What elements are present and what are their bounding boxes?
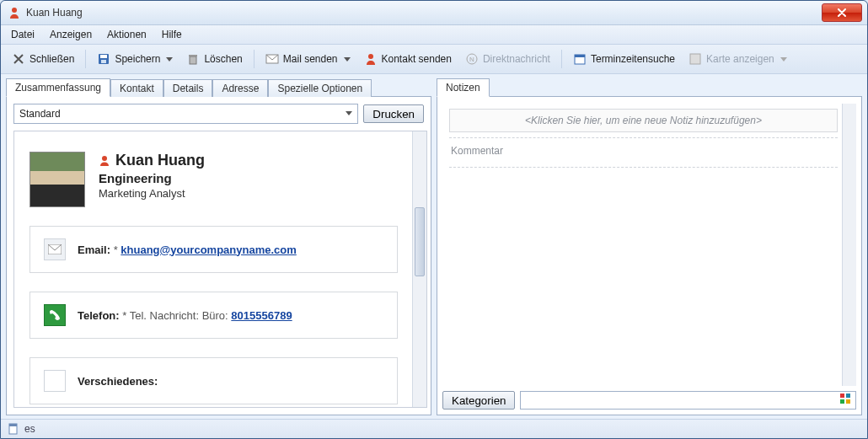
tab-notes[interactable]: Notizen — [437, 78, 490, 97]
phone-required-mark: * — [122, 309, 126, 322]
mail-icon — [44, 238, 66, 260]
tab-details[interactable]: Details — [163, 79, 213, 97]
right-pane: Notizen <Klicken Sie hier, um eine neue … — [437, 78, 862, 415]
status-bar: es — [1, 419, 867, 438]
phone-card: Telefon: * Tel. Nachricht: Büro: 8015556… — [29, 292, 398, 339]
svg-rect-20 — [9, 424, 17, 426]
svg-rect-3 — [101, 60, 106, 63]
phone-icon — [44, 304, 66, 326]
email-card: Email: * khuang@yourcompanyname.com — [29, 226, 398, 273]
toolbar-close[interactable]: Schließen — [6, 49, 80, 69]
menu-help[interactable]: Hilfe — [155, 27, 189, 42]
contact-icon — [364, 52, 378, 66]
tab-summary[interactable]: Zusammenfassung — [6, 78, 110, 97]
window: Kuan Huang Datei Anzeigen Aktionen Hilfe… — [0, 0, 868, 439]
separator — [85, 50, 86, 68]
notes-area: <Klicken Sie hier, um eine neue Notiz hi… — [442, 104, 856, 386]
categories-field[interactable] — [520, 391, 856, 410]
toolbar-save-label: Speichern — [115, 53, 160, 65]
contact-photo — [29, 152, 85, 207]
save-icon — [97, 52, 110, 66]
dash-separator — [449, 167, 838, 168]
svg-rect-11 — [575, 55, 585, 57]
toolbar-busy-search[interactable]: Terminzeitensuche — [567, 49, 681, 69]
svg-rect-2 — [100, 55, 107, 58]
left-tab-content: Standard Drucken Kuan Huang — [6, 96, 431, 415]
add-note-placeholder[interactable]: <Klicken Sie hier, um eine neue Notiz hi… — [449, 109, 838, 132]
toolbar-mail[interactable]: Mail senden — [260, 49, 356, 69]
window-title: Kuan Huang — [26, 7, 83, 19]
close-icon — [837, 8, 847, 17]
title-bar: Kuan Huang — [1, 1, 867, 25]
toolbar-show-map: Karte anzeigen — [683, 49, 793, 69]
misc-label: Verschiedenes: — [78, 375, 158, 388]
svg-point-0 — [12, 8, 17, 13]
app-person-icon — [8, 6, 21, 19]
separator — [561, 50, 562, 68]
svg-rect-18 — [846, 399, 850, 404]
tab-address[interactable]: Adresse — [212, 79, 268, 97]
chevron-down-icon — [346, 111, 352, 115]
chevron-down-icon — [166, 57, 173, 62]
toolbar-save[interactable]: Speichern — [91, 49, 179, 69]
summary-view: Kuan Huang Engineering Marketing Analyst… — [13, 131, 427, 408]
view-selector[interactable]: Standard — [13, 104, 358, 124]
map-icon — [689, 52, 702, 66]
svg-rect-5 — [189, 55, 197, 56]
trash-icon — [186, 52, 200, 66]
toolbar-direct-message: N Direktnachricht — [459, 49, 556, 69]
categories-row: Kategorien — [442, 386, 856, 410]
phone-label: Telefon: — [78, 309, 120, 322]
person-mini-icon — [99, 155, 110, 167]
svg-rect-17 — [840, 399, 844, 404]
categories-button[interactable]: Kategorien — [442, 391, 515, 410]
toolbar-mail-label: Mail senden — [283, 53, 338, 65]
scrollbar[interactable] — [412, 131, 426, 407]
email-label: Email: — [78, 244, 110, 256]
category-picker-icon[interactable] — [840, 393, 852, 405]
misc-card: Verschiedenes: — [29, 357, 398, 404]
svg-point-13 — [102, 156, 107, 161]
menu-view[interactable]: Anzeigen — [43, 27, 99, 42]
menu-actions[interactable]: Aktionen — [100, 27, 153, 42]
mail-icon — [265, 52, 279, 66]
calendar-search-icon — [573, 52, 587, 66]
toolbar-send-contact[interactable]: Kontakt senden — [358, 49, 458, 69]
toolbar-delete-label: Löschen — [204, 53, 242, 65]
left-tabs: Zusammenfassung Kontakt Details Adresse … — [6, 78, 431, 96]
svg-text:N: N — [469, 56, 474, 63]
svg-point-7 — [368, 54, 373, 59]
person-header: Kuan Huang Engineering Marketing Analyst — [29, 152, 398, 207]
left-pane: Zusammenfassung Kontakt Details Adresse … — [6, 78, 431, 415]
toolbar: Schließen Speichern Löschen Mail senden … — [1, 45, 867, 74]
view-selector-value: Standard — [19, 108, 61, 120]
toolbar-send-contact-label: Kontakt senden — [382, 53, 452, 65]
contact-role: Marketing Analyst — [99, 187, 205, 200]
status-doc-icon — [8, 423, 19, 435]
window-close-button[interactable] — [822, 3, 862, 22]
main-body: Zusammenfassung Kontakt Details Adresse … — [1, 74, 867, 419]
right-tab-content: <Klicken Sie hier, um eine neue Notiz hi… — [437, 96, 862, 415]
comment-label: Kommentar — [442, 140, 856, 162]
svg-rect-15 — [840, 393, 844, 398]
email-link[interactable]: khuang@yourcompanyname.com — [121, 244, 296, 256]
toolbar-delete[interactable]: Löschen — [180, 49, 248, 69]
svg-rect-12 — [690, 54, 700, 64]
scroll-thumb[interactable] — [415, 207, 425, 276]
tab-special[interactable]: Spezielle Optionen — [268, 79, 372, 97]
svg-rect-16 — [846, 393, 850, 398]
tab-contact[interactable]: Kontakt — [110, 79, 163, 97]
contact-department: Engineering — [99, 171, 205, 185]
chevron-down-icon — [344, 57, 351, 62]
print-button[interactable]: Drucken — [363, 104, 424, 123]
scrollbar[interactable] — [842, 104, 856, 386]
contact-name: Kuan Huang — [115, 152, 205, 169]
dash-separator — [449, 137, 838, 138]
chevron-down-icon — [780, 57, 787, 62]
phone-link[interactable]: 8015556789 — [231, 309, 292, 322]
toolbar-show-map-label: Karte anzeigen — [706, 53, 774, 65]
menu-file[interactable]: Datei — [4, 27, 41, 42]
right-tabs: Notizen — [437, 78, 862, 96]
toolbar-busy-search-label: Terminzeitensuche — [591, 53, 675, 65]
toolbar-direct-message-label: Direktnachricht — [483, 53, 550, 65]
